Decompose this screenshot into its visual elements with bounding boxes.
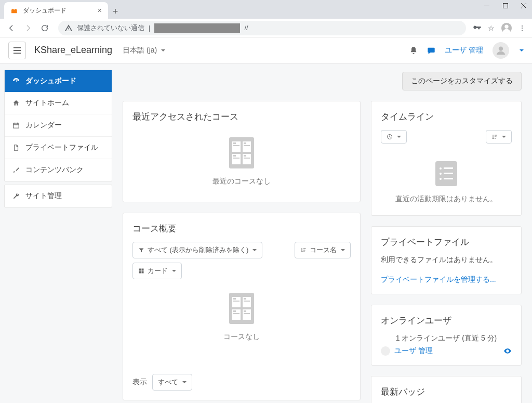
window-controls: [484, 3, 527, 8]
brush-icon: [12, 166, 20, 174]
close-tab-icon[interactable]: ×: [98, 6, 102, 15]
online-user-link[interactable]: ユーザ 管理: [394, 346, 433, 356]
recent-courses-title: 最近アクセスされたコース: [132, 111, 351, 123]
course-sort-dropdown[interactable]: コース名: [295, 242, 351, 258]
recent-courses-empty-text: 最近のコースなし: [132, 177, 351, 186]
profile-icon[interactable]: [501, 22, 512, 34]
close-window-icon[interactable]: [521, 3, 527, 9]
customize-page-button[interactable]: このページをカスタマイズする: [402, 72, 522, 90]
caret-down-icon: [252, 249, 257, 251]
recent-courses-block: 最近アクセスされたコース 最近のコースなし: [123, 101, 361, 202]
timeline-block: タイムライン 直近の活動期限はありません。: [371, 101, 522, 216]
nav-private-files[interactable]: プライベートファイル: [5, 137, 112, 159]
minimize-icon[interactable]: [484, 3, 490, 9]
manage-private-files-link[interactable]: プライベートファイルを管理する...: [381, 275, 496, 283]
messages-icon[interactable]: [427, 46, 435, 55]
site-brand[interactable]: KShare_eLearning: [34, 45, 112, 56]
course-overview-title: コース概要: [132, 223, 351, 235]
badges-block: 最新バッジ あなたに表示するバッジはありません。: [371, 376, 522, 403]
nav-site-home[interactable]: サイトホーム: [5, 92, 112, 114]
moodle-favicon-icon: [10, 6, 19, 15]
nav-calendar[interactable]: カレンダー: [5, 114, 112, 137]
course-view-dropdown[interactable]: カード: [132, 263, 182, 279]
svg-rect-24: [244, 298, 246, 300]
timeline-empty-text: 直近の活動期限はありません。: [381, 194, 512, 204]
caret-down-icon: [172, 270, 176, 272]
online-users-count: 1 オンラインユーザ (直近 5 分): [381, 334, 512, 343]
drawer-toggle[interactable]: [8, 42, 26, 59]
forward-button[interactable]: [21, 21, 35, 35]
nav-content-bank[interactable]: コンテンツバンク: [5, 159, 112, 181]
language-selector[interactable]: 日本語 (ja): [123, 46, 165, 55]
svg-rect-11: [244, 142, 246, 144]
user-avatar[interactable]: [493, 42, 509, 59]
user-menu-caret-icon[interactable]: [520, 49, 524, 51]
bookmark-star-icon[interactable]: ☆: [488, 24, 495, 32]
notifications-icon[interactable]: [409, 46, 418, 55]
dashboard-icon: [12, 77, 20, 85]
nav-drawer: ダッシュボード サイトホーム カレンダー プライベートファイル: [0, 63, 116, 403]
eye-icon[interactable]: [503, 347, 512, 355]
svg-rect-16: [244, 158, 250, 159]
svg-rect-9: [233, 142, 236, 144]
timeline-filter-sort[interactable]: [486, 130, 512, 144]
course-overview-block: コース概要 すべて (表示から削除済みを除く) コース名: [123, 213, 361, 400]
course-overview-empty-text: コースなし: [132, 332, 351, 342]
chrome-menu-icon[interactable]: ⋮: [518, 24, 526, 32]
svg-rect-13: [233, 155, 236, 157]
course-filter-dropdown[interactable]: すべて (表示から削除済みを除く): [132, 242, 262, 258]
maximize-icon[interactable]: [503, 3, 508, 8]
online-users-title: オンラインユーザ: [381, 315, 512, 327]
site-navbar: KShare_eLearning 日本語 (ja) ユーザ 管理: [0, 37, 532, 63]
caret-down-icon: [341, 249, 345, 251]
key-icon[interactable]: [472, 23, 482, 33]
courses-empty-icon: [228, 136, 255, 170]
browser-tab[interactable]: ダッシュボード ×: [4, 2, 108, 19]
new-tab-button[interactable]: +: [108, 4, 123, 19]
grid-icon: [138, 268, 144, 274]
svg-rect-10: [233, 145, 240, 146]
filter-icon: [138, 247, 144, 253]
svg-rect-14: [233, 158, 240, 159]
svg-rect-25: [244, 301, 250, 302]
home-icon: [12, 99, 20, 107]
svg-rect-27: [233, 313, 240, 314]
timeline-filter-time[interactable]: [381, 130, 407, 144]
private-files-title: プライベートファイル: [381, 236, 512, 248]
back-button[interactable]: [4, 21, 19, 35]
svg-rect-15: [244, 155, 246, 157]
svg-rect-22: [233, 298, 236, 300]
online-users-block: オンラインユーザ 1 オンラインユーザ (直近 5 分) ユーザ 管理: [371, 305, 522, 366]
nav-site-admin[interactable]: サイト管理: [5, 185, 112, 207]
reload-button[interactable]: [37, 21, 52, 35]
svg-rect-26: [233, 310, 236, 312]
security-text: 保護されていない通信: [77, 23, 144, 33]
sort-icon: [300, 247, 307, 253]
nav-dashboard[interactable]: ダッシュボード: [5, 70, 112, 92]
browser-toolbar: 保護されていない通信 | // ☆ ⋮: [0, 19, 532, 37]
timeline-empty-icon: [435, 161, 457, 186]
file-icon: [12, 144, 20, 152]
badges-title: 最新バッジ: [381, 386, 512, 398]
svg-point-1: [504, 24, 508, 28]
courses-empty-icon: [228, 292, 255, 325]
tab-title: ダッシュボード: [23, 6, 66, 15]
caret-down-icon: [502, 136, 506, 138]
show-count-dropdown[interactable]: すべて: [152, 374, 192, 391]
user-name-link[interactable]: ユーザ 管理: [445, 46, 483, 55]
private-files-block: プライベートファイル 利用できるファイルはありません。 プライベートファイルを管…: [371, 226, 522, 294]
calendar-icon: [12, 121, 20, 129]
wrench-icon: [12, 192, 20, 200]
sort-icon: [491, 134, 498, 140]
svg-rect-23: [233, 301, 240, 302]
address-bar[interactable]: 保護されていない通信 | //: [58, 21, 466, 35]
svg-rect-3: [14, 123, 19, 128]
private-files-empty-text: 利用できるファイルはありません。: [381, 255, 512, 265]
caret-down-icon: [161, 49, 165, 51]
svg-rect-12: [244, 145, 250, 146]
browser-tab-strip: ダッシュボード × +: [0, 0, 532, 19]
user-avatar-small: [381, 346, 390, 356]
insecure-icon: [64, 24, 73, 32]
caret-down-icon: [182, 381, 187, 383]
svg-rect-28: [244, 310, 246, 312]
